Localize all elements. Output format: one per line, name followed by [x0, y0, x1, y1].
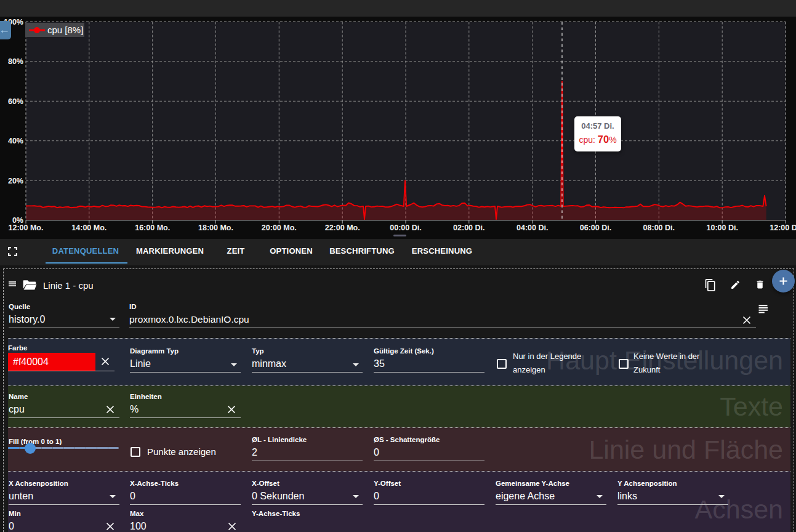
svg-text:06:00 Di.: 06:00 Di.: [580, 224, 611, 232]
svg-text:20:00 Mo.: 20:00 Mo.: [262, 224, 297, 232]
svg-text:12:00 Mo.: 12:00 Mo.: [9, 224, 44, 232]
svg-text:08:00 Di.: 08:00 Di.: [643, 224, 675, 232]
svg-text:04:00 Di.: 04:00 Di.: [517, 224, 548, 232]
svg-text:12:00 Di.: 12:00 Di.: [770, 224, 796, 232]
svg-text:14:00 Mo.: 14:00 Mo.: [71, 224, 107, 232]
svg-text:10:00 Di.: 10:00 Di.: [706, 224, 738, 232]
svg-text:02:00 Di.: 02:00 Di.: [453, 224, 484, 232]
svg-text:16:00 Mo.: 16:00 Mo.: [135, 224, 170, 232]
svg-text:20%: 20%: [8, 177, 23, 185]
svg-text:00:00 Di.: 00:00 Di.: [390, 224, 421, 232]
svg-text:60%: 60%: [8, 97, 23, 106]
svg-text:18:00 Mo.: 18:00 Mo.: [198, 224, 233, 232]
svg-text:22:00 Mo.: 22:00 Mo.: [325, 224, 360, 232]
svg-text:80%: 80%: [8, 57, 23, 66]
svg-text:40%: 40%: [8, 137, 23, 145]
